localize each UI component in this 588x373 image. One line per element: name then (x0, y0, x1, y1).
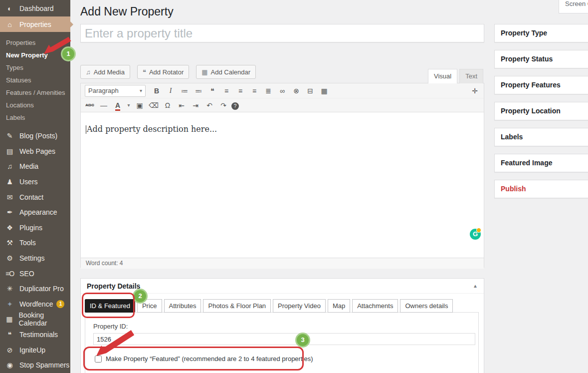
tab-owners-details[interactable]: Owners details (400, 299, 453, 313)
blockquote-button[interactable]: ❝ (206, 85, 218, 96)
featured-checkbox[interactable] (95, 356, 102, 363)
add-rotator-button[interactable]: ❝ Add Rotator (137, 65, 189, 79)
sidebar-item-tools[interactable]: ⚒ Tools (0, 235, 70, 251)
paragraph-format-dropdown[interactable]: Paragraph ▾ (85, 85, 146, 97)
button-label: Add Rotator (149, 68, 184, 76)
metabox-property-location[interactable]: Property Location (494, 102, 588, 120)
submenu-item-properties[interactable]: Properties (0, 36, 70, 49)
wordpress-admin-screen: ◐ Dashboard ⌂ Properties Properties New … (0, 0, 588, 373)
special-character-button[interactable]: Ω (162, 100, 174, 111)
sidebar-item-stop-spammers[interactable]: ◉ Stop Spammers (0, 358, 70, 373)
remove-link-button[interactable]: ⊗ (290, 85, 302, 96)
sidebar-item-igniteup[interactable]: ⊘ IgniteUp (0, 342, 70, 358)
undo-button[interactable]: ↶ (203, 100, 215, 111)
property-id-input[interactable] (93, 333, 475, 345)
sidebar-item-label: Properties (19, 20, 51, 28)
justify-button[interactable]: ≣ (262, 85, 274, 96)
add-calendar-button[interactable]: ▦ Add Calendar (196, 65, 256, 79)
sidebar-item-settings[interactable]: ⚙ Settings (0, 251, 70, 266)
clear-formatting-button[interactable]: ⌫ (148, 100, 160, 111)
horizontal-rule-button[interactable]: — (98, 100, 110, 111)
sidebar-item-web-pages[interactable]: ▤ Web Pages (0, 144, 70, 159)
text-color-button[interactable]: A (112, 100, 124, 111)
fullscreen-button[interactable]: ✛ (469, 85, 481, 96)
button-label: Add Media (94, 68, 125, 76)
property-details-header[interactable]: Property Details ▲ (81, 279, 484, 294)
submenu-item-features-amenities[interactable]: Features / Amenities (0, 86, 70, 99)
page-title: Add New Property (80, 5, 484, 18)
sidebar-item-seo[interactable]: ≡O SEO (0, 266, 70, 281)
sidebar-item-blog[interactable]: ✎ Blog (Posts) (0, 128, 70, 144)
sidebar-item-dashboard[interactable]: ◐ Dashboard (0, 0, 70, 16)
tab-attachments[interactable]: Attachments (352, 299, 398, 313)
submenu-item-statuses[interactable]: Statuses (0, 74, 70, 86)
metabox-property-status[interactable]: Property Status (494, 50, 588, 68)
indent-button[interactable]: ⇥ (190, 100, 201, 111)
text-tab[interactable]: Text (459, 69, 483, 83)
calendar-icon: ▦ (201, 68, 207, 76)
submenu-item-labels[interactable]: Labels (0, 111, 70, 124)
sidebar-item-properties[interactable]: ⌂ Properties (0, 16, 70, 32)
bullet-list-button[interactable]: ≔ (179, 85, 191, 96)
sidebar-item-wordfence[interactable]: ✦ Wordfence 1 (0, 297, 70, 312)
sidebar-item-users[interactable]: ♟ Users (0, 174, 70, 190)
tab-photos-floor-plan[interactable]: Photos & Floor Plan (203, 299, 271, 313)
metabox-title: Property Location (501, 107, 561, 115)
sidebar-item-duplicator-pro[interactable]: ✳ Duplicator Pro (0, 281, 70, 297)
sidebar-item-media[interactable]: ♫ Media (0, 159, 70, 174)
outdent-button[interactable]: ⇤ (176, 100, 188, 111)
collapse-toggle-icon[interactable]: ▲ (473, 283, 478, 289)
align-right-button[interactable]: ≡ (248, 85, 260, 96)
text-color-caret[interactable]: ▾ (126, 100, 132, 111)
tab-map[interactable]: Map (328, 299, 350, 313)
visual-tab[interactable]: Visual (428, 69, 457, 83)
tab-property-video[interactable]: Property Video (273, 299, 326, 313)
help-button[interactable]: ? (231, 102, 239, 110)
align-left-button[interactable]: ≡ (220, 85, 232, 96)
editor-placeholder-text: Add property description here... (87, 124, 217, 134)
toolbar-toggle-button[interactable]: ▦ (318, 85, 330, 96)
sidebar-item-label: Blog (Posts) (19, 132, 57, 140)
metabox-property-features[interactable]: Property Features (494, 76, 588, 94)
sidebar-item-appearance[interactable]: ✒ Appearance (0, 205, 70, 220)
metabox-labels[interactable]: Labels (494, 128, 588, 146)
word-count: Word count: 4 (86, 260, 123, 267)
sidebar-item-plugins[interactable]: ❖ Plugins (0, 220, 70, 236)
tab-id-featured[interactable]: ID & Featured (85, 299, 135, 313)
grammarly-icon[interactable]: G (470, 229, 481, 240)
sidebar-item-contact[interactable]: ✉ Contact (0, 189, 70, 205)
submenu-item-new-property[interactable]: New Property (0, 49, 70, 61)
properties-submenu: Properties New Property Types Statuses F… (0, 32, 70, 128)
text-color-glyph: A (115, 101, 120, 111)
duplicator-icon: ✳ (4, 285, 15, 293)
tab-price[interactable]: Price (137, 299, 162, 313)
metabox-title: Property Type (501, 29, 547, 37)
redo-button[interactable]: ↷ (217, 100, 229, 111)
metabox-title: Property Features (501, 81, 561, 89)
align-center-button[interactable]: ≡ (234, 85, 246, 96)
sidebar-item-testimonials[interactable]: ❝ Testimonials (0, 327, 70, 343)
editor-body[interactable]: Add property description here... G (81, 112, 484, 258)
numbered-list-button[interactable]: ≕ (193, 85, 204, 96)
insert-link-button[interactable]: ∞ (276, 85, 288, 96)
submenu-item-locations[interactable]: Locations (0, 99, 70, 111)
property-details-panel: Property Details ▲ ID & Featured Price A… (80, 278, 484, 373)
italic-button[interactable]: I (165, 85, 177, 96)
property-title-input[interactable] (80, 24, 484, 42)
quote-icon: ❝ (143, 68, 146, 76)
metabox-publish[interactable]: Publish (494, 180, 588, 198)
bold-button[interactable]: B (151, 85, 163, 96)
sidebar-item-label: Appearance (19, 208, 57, 216)
read-more-button[interactable]: ⊟ (304, 85, 316, 96)
sidebar-item-label: SEO (19, 270, 34, 278)
text-cursor (86, 125, 86, 134)
tab-attributes[interactable]: Attributes (164, 299, 201, 313)
sidebar-item-booking-calendar[interactable]: ▦ Booking Calendar (0, 312, 70, 327)
submenu-item-types[interactable]: Types (0, 61, 70, 74)
paste-as-text-button[interactable]: ▣ (134, 100, 146, 111)
screen-options-tab[interactable]: Screen Options (559, 0, 588, 13)
metabox-property-type[interactable]: Property Type (494, 24, 588, 42)
metabox-featured-image[interactable]: Featured Image (494, 154, 588, 172)
add-media-button[interactable]: ♫ Add Media (80, 65, 130, 79)
strikethrough-button[interactable]: ABC (84, 100, 96, 111)
